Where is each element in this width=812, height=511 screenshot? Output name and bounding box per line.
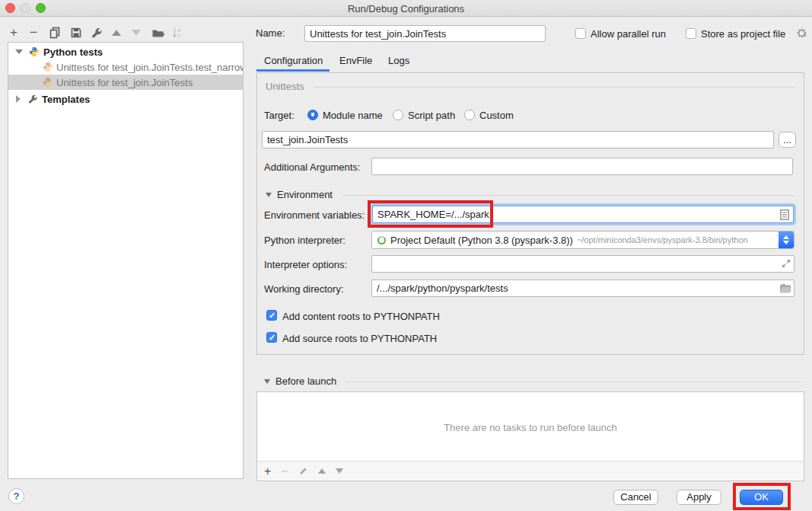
target-script-path-radio[interactable] (393, 110, 403, 120)
environment-variables-label: Environment variables: (264, 209, 365, 221)
add-content-roots-label: Add content roots to PYTHONPATH (282, 311, 440, 322)
disclosure-closed-icon[interactable] (16, 95, 21, 103)
allow-parallel-run-checkbox[interactable] (575, 28, 586, 39)
chevron-up-icon (783, 235, 789, 239)
add-configuration-button[interactable]: + (6, 25, 21, 40)
name-input[interactable] (304, 25, 546, 42)
target-script-path-label: Script path (408, 110, 455, 121)
remove-task-button[interactable]: − (281, 465, 288, 478)
tab-configuration[interactable]: Configuration (264, 55, 323, 66)
environment-collapse-icon[interactable] (266, 193, 272, 197)
arrow-down-icon (132, 30, 141, 36)
move-task-down-icon[interactable] (336, 468, 343, 474)
python-interpreter-path: ~/opt/miniconda3/envs/pyspark-3.8/bin/py… (577, 235, 748, 244)
wrench-icon (27, 94, 38, 104)
tree-node-label: Templates (42, 94, 90, 105)
tree-node-templates[interactable]: Templates (8, 91, 243, 107)
help-button[interactable]: ? (8, 488, 24, 504)
browse-target-button[interactable]: ... (779, 132, 796, 148)
wrench-icon (91, 27, 103, 39)
python-interpreter-select[interactable]: Project Default (Python 3.8 (pyspark-3.8… (371, 231, 794, 249)
combo-spinner-icon[interactable] (779, 232, 794, 248)
working-directory-input[interactable] (371, 279, 794, 297)
python-test-icon (43, 62, 53, 72)
create-folder-button[interactable] (150, 25, 165, 40)
folder-icon[interactable] (779, 283, 791, 293)
chevron-down-icon (783, 241, 789, 244)
python-test-icon (43, 77, 53, 88)
allow-parallel-run-label: Allow parallel run (591, 28, 666, 40)
target-custom-label: Custom (479, 110, 514, 121)
additional-arguments-label: Additional Arguments: (264, 161, 360, 173)
edit-templates-button[interactable] (89, 25, 104, 40)
edit-env-vars-icon[interactable] (779, 209, 790, 221)
add-source-roots-checkbox[interactable] (266, 332, 277, 343)
store-as-project-file-label: Store as project file (701, 28, 785, 40)
folder-plus-icon (151, 27, 164, 39)
additional-arguments-input[interactable] (371, 158, 793, 175)
tree-node-label: Unittests for test_join.JoinTests.test_n… (56, 62, 243, 73)
title-bar: Run/Debug Configurations (0, 0, 812, 17)
store-as-project-file-checkbox[interactable] (686, 28, 696, 39)
active-tab-indicator (256, 69, 330, 72)
tree-node-test-narrow[interactable]: Unittests for test_join.JoinTests.test_n… (8, 59, 243, 75)
python-interpreter-value: Project Default (Python 3.8 (pyspark-3.8… (390, 235, 573, 246)
section-separator (314, 87, 794, 88)
before-launch-toolbar: + − (257, 461, 804, 481)
target-module-name-radio[interactable] (307, 110, 318, 120)
move-down-button[interactable] (129, 25, 144, 40)
working-directory-label: Working directory: (264, 283, 344, 295)
disclosure-open-icon[interactable] (15, 50, 23, 54)
arrow-up-icon (112, 30, 121, 36)
add-task-button[interactable]: + (264, 465, 271, 478)
conda-env-icon (377, 236, 386, 244)
tree-node-python-tests[interactable]: Python tests (8, 44, 243, 59)
save-icon (70, 27, 82, 39)
svg-text:a: a (178, 27, 181, 33)
tree-node-jointests-selected[interactable]: Unittests for test_join.JoinTests (8, 75, 243, 90)
sort-az-icon: a z (171, 27, 183, 39)
target-label: Target: (264, 110, 295, 121)
tree-node-label: Unittests for test_join.JoinTests (56, 77, 193, 88)
python-icon (29, 46, 40, 57)
target-input[interactable] (262, 131, 774, 149)
move-task-up-icon[interactable] (318, 468, 326, 474)
minus-icon: − (30, 26, 37, 40)
copy-icon (49, 27, 61, 39)
gear-icon[interactable] (795, 27, 808, 40)
before-launch-empty-message: There are no tasks to run before launch (444, 422, 617, 433)
target-module-name-label: Module name (323, 110, 383, 121)
expand-field-icon[interactable] (781, 258, 791, 269)
tab-envfile[interactable]: EnvFile (339, 55, 372, 66)
tree-node-label: Python tests (43, 46, 103, 58)
target-custom-radio[interactable] (464, 110, 475, 120)
name-label: Name: (256, 27, 285, 39)
before-launch-tasks-panel: There are no tasks to run before launch … (256, 391, 804, 481)
configurations-tree: Python tests Unittests for test_join.Joi… (8, 42, 244, 479)
edit-task-pencil-icon[interactable] (298, 466, 308, 476)
sort-configurations-button[interactable]: a z (170, 25, 185, 40)
copy-configuration-button[interactable] (47, 25, 62, 40)
cancel-button[interactable]: Cancel (613, 490, 658, 505)
add-content-roots-checkbox[interactable] (266, 310, 277, 321)
unittests-section-label: Unittests (266, 81, 304, 92)
window-title: Run/Debug Configurations (0, 3, 812, 14)
section-separator (346, 382, 803, 382)
save-configuration-button[interactable] (68, 25, 84, 40)
environment-variables-input[interactable] (372, 206, 794, 223)
python-interpreter-label: Python interpreter: (264, 235, 345, 246)
before-launch-section-label: Before launch (275, 375, 336, 387)
interpreter-options-input[interactable] (371, 255, 794, 273)
svg-text:z: z (178, 33, 181, 38)
configuration-panel: Unittests Target: Module name Script pat… (256, 72, 804, 355)
environment-section-label: Environment (277, 189, 333, 200)
section-separator (342, 195, 794, 196)
tab-logs[interactable]: Logs (388, 55, 409, 66)
add-source-roots-label: Add source roots to PYTHONPATH (282, 333, 437, 344)
move-up-button[interactable] (109, 25, 124, 40)
before-launch-collapse-icon[interactable] (264, 379, 270, 384)
remove-configuration-button[interactable]: − (26, 25, 41, 40)
ok-button[interactable]: OK (740, 490, 783, 505)
apply-button[interactable]: Apply (677, 490, 721, 505)
interpreter-options-label: Interpreter options: (264, 259, 347, 270)
